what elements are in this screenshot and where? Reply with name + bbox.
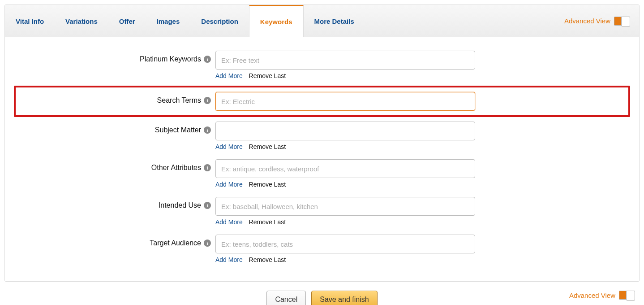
row-search-terms: Search Terms i: [19, 92, 625, 111]
tabbar-right: Advanced View: [555, 5, 639, 37]
tab-offer[interactable]: Offer: [108, 5, 146, 37]
info-icon[interactable]: i: [204, 56, 211, 63]
label-text: Platinum Keywords: [140, 55, 201, 63]
add-more-link[interactable]: Add More: [215, 143, 243, 150]
links-subject-matter: Add More Remove Last: [215, 143, 475, 150]
advanced-view-label-footer[interactable]: Advanced View: [569, 292, 615, 299]
links-intended-use: Add More Remove Last: [215, 218, 475, 226]
tab-vital-info[interactable]: Vital Info: [5, 5, 55, 37]
save-button[interactable]: Save and finish: [311, 291, 377, 305]
tab-description[interactable]: Description: [190, 5, 249, 37]
footer: Cancel Save and finish Advanced View: [4, 282, 640, 305]
intended-use-input[interactable]: [215, 197, 475, 216]
info-icon[interactable]: i: [204, 97, 211, 104]
label-text: Other Attributes: [151, 164, 201, 172]
label-text: Intended Use: [159, 201, 201, 209]
remove-last-link[interactable]: Remove Last: [249, 218, 286, 226]
label-text: Subject Matter: [155, 126, 201, 134]
add-more-link[interactable]: Add More: [215, 256, 243, 263]
subject-matter-input[interactable]: [215, 122, 475, 140]
row-other-attributes: Other Attributes i Add More Remove Last: [14, 159, 630, 194]
label-text: Search Terms: [157, 96, 201, 105]
label-search-terms: Search Terms i: [19, 92, 215, 105]
tab-more-details[interactable]: More Details: [304, 5, 365, 37]
label-intended-use: Intended Use i: [14, 197, 215, 209]
advanced-view-toggle[interactable]: [614, 17, 630, 26]
input-col: Add More Remove Last: [215, 197, 475, 232]
footer-right: Advanced View: [569, 291, 635, 300]
info-icon[interactable]: i: [204, 240, 211, 247]
row-platinum-keywords: Platinum Keywords i Add More Remove Last: [14, 51, 630, 86]
links-other-attributes: Add More Remove Last: [215, 181, 475, 188]
label-platinum-keywords: Platinum Keywords i: [14, 51, 215, 63]
cancel-button[interactable]: Cancel: [266, 291, 306, 305]
tab-keywords[interactable]: Keywords: [249, 5, 304, 37]
platinum-keywords-input[interactable]: [215, 51, 475, 70]
row-intended-use: Intended Use i Add More Remove Last: [14, 197, 630, 232]
row-target-audience: Target Audience i Add More Remove Last: [14, 235, 630, 270]
highlight-search-terms: Search Terms i: [14, 86, 630, 117]
label-target-audience: Target Audience i: [14, 235, 215, 247]
remove-last-link[interactable]: Remove Last: [249, 256, 286, 263]
editor-panel: Vital Info Variations Offer Images Descr…: [4, 4, 640, 282]
remove-last-link[interactable]: Remove Last: [249, 72, 286, 79]
input-col: Add More Remove Last: [215, 51, 475, 86]
tab-images[interactable]: Images: [146, 5, 191, 37]
label-text: Target Audience: [150, 239, 201, 247]
info-icon[interactable]: i: [204, 202, 211, 209]
links-platinum-keywords: Add More Remove Last: [215, 72, 475, 79]
advanced-view-toggle-footer[interactable]: [619, 291, 635, 300]
label-other-attributes: Other Attributes i: [14, 159, 215, 172]
input-col: Add More Remove Last: [215, 122, 475, 157]
add-more-link[interactable]: Add More: [215, 72, 243, 79]
remove-last-link[interactable]: Remove Last: [249, 143, 286, 150]
tab-variations[interactable]: Variations: [55, 5, 108, 37]
search-terms-input[interactable]: [215, 92, 475, 111]
label-subject-matter: Subject Matter i: [14, 122, 215, 134]
form-area: Platinum Keywords i Add More Remove Last…: [5, 37, 639, 281]
advanced-view-label[interactable]: Advanced View: [564, 17, 610, 25]
info-icon[interactable]: i: [204, 164, 211, 171]
other-attributes-input[interactable]: [215, 159, 475, 178]
add-more-link[interactable]: Add More: [215, 181, 243, 188]
add-more-link[interactable]: Add More: [215, 218, 243, 226]
input-col: Add More Remove Last: [215, 159, 475, 194]
tab-bar: Vital Info Variations Offer Images Descr…: [5, 5, 639, 37]
row-subject-matter: Subject Matter i Add More Remove Last: [14, 122, 630, 157]
info-icon[interactable]: i: [204, 126, 211, 134]
remove-last-link[interactable]: Remove Last: [249, 181, 286, 188]
footer-buttons: Cancel Save and finish: [266, 291, 377, 305]
target-audience-input[interactable]: [215, 235, 475, 253]
links-target-audience: Add More Remove Last: [215, 256, 475, 263]
input-col: Add More Remove Last: [215, 235, 475, 270]
input-col: [215, 92, 475, 111]
